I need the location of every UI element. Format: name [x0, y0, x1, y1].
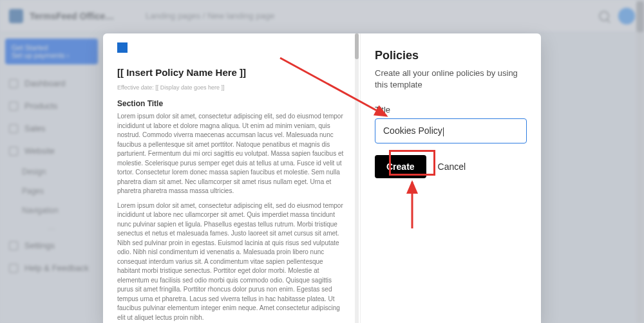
preview-pane: [[ Insert Policy Name Here ]] Effective …: [103, 33, 361, 323]
preview-scrollbar[interactable]: [355, 33, 359, 323]
title-input[interactable]: Cookies Policy: [375, 118, 527, 143]
lorem-paragraph: Lorem ipsum dolor sit amet, consectetur …: [117, 201, 346, 323]
create-button[interactable]: Create: [375, 155, 426, 178]
modal: [[ Insert Policy Name Here ]] Effective …: [103, 33, 541, 323]
form-pane: Policies Create all your online policies…: [361, 33, 541, 323]
modal-overlay: [[ Insert Policy Name Here ]] Effective …: [0, 0, 644, 323]
cancel-button[interactable]: Cancel: [438, 162, 466, 172]
form-heading: Policies: [375, 49, 527, 62]
text-cursor: [443, 127, 444, 136]
doc-meta: Effective date: [[ Display date goes her…: [117, 84, 346, 92]
title-label: Title: [375, 105, 527, 115]
form-description: Create all your online policies by using…: [375, 68, 527, 91]
doc-title: [[ Insert Policy Name Here ]]: [117, 66, 346, 80]
lorem-paragraph: Lorem ipsum dolor sit amet, consectetur …: [117, 112, 346, 196]
title-input-value: Cookies Policy: [383, 125, 442, 136]
preview-scrollbar-thumb[interactable]: [355, 33, 359, 59]
section-title: Section Title: [117, 98, 346, 109]
preview-logo-icon: [117, 42, 128, 53]
